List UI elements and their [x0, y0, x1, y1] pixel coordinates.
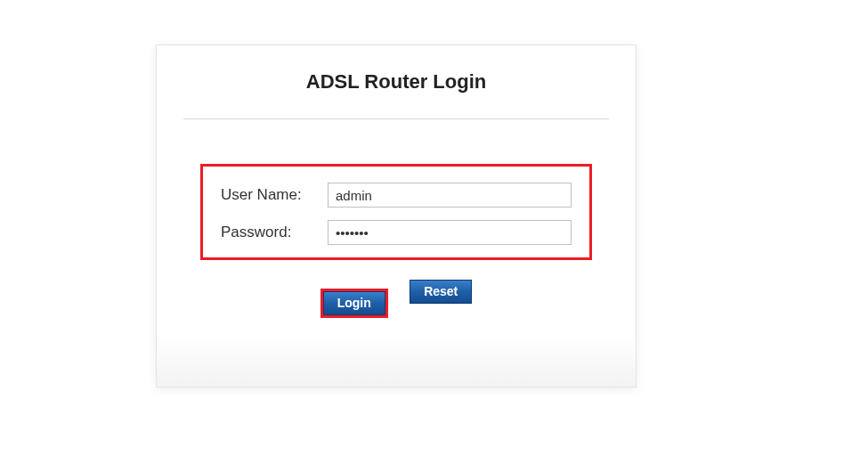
password-input[interactable]: [328, 220, 572, 245]
username-label: User Name:: [221, 186, 328, 204]
password-label: Password:: [221, 224, 328, 241]
login-button-highlight: Login: [320, 289, 388, 318]
button-row: Login Reset: [157, 280, 636, 318]
login-panel: ADSL Router Login User Name: Password: L…: [156, 45, 637, 387]
credentials-highlight-box: User Name: Password:: [200, 164, 592, 260]
username-input[interactable]: [328, 183, 572, 208]
page-title: ADSL Router Login: [157, 70, 636, 94]
divider: [183, 118, 609, 119]
login-button[interactable]: Login: [323, 291, 385, 315]
reset-button[interactable]: Reset: [410, 280, 472, 304]
username-row: User Name:: [221, 183, 572, 208]
password-row: Password:: [221, 220, 572, 245]
